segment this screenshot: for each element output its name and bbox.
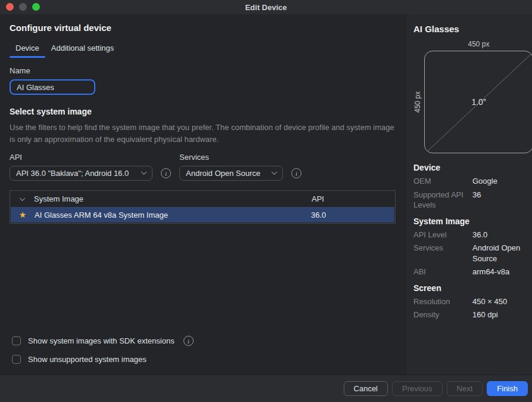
filter-row: API API 36.0 "Baklava"; Android 16.0 i S…: [10, 153, 396, 181]
system-image-api: 36.0: [311, 211, 394, 219]
tab-device[interactable]: Device: [10, 41, 45, 58]
table-header: System Image API: [10, 191, 395, 207]
device-summary-panel: AI Glasses 450 px 450 px 1.0” Device OE: [405, 14, 532, 375]
info-label: Density: [413, 310, 470, 320]
section-system-image-heading: System Image: [413, 217, 532, 226]
column-header-system-image[interactable]: System Image: [34, 194, 312, 203]
name-input[interactable]: [10, 79, 95, 95]
titlebar: Edit Device: [0, 0, 532, 14]
api-dropdown[interactable]: API 36.0 "Baklava"; Android 16.0: [10, 166, 153, 181]
chevron-down-icon: [141, 169, 147, 175]
star-icon[interactable]: ★: [11, 211, 35, 219]
api-label: API: [10, 153, 153, 162]
zoom-window-button[interactable]: [32, 3, 40, 11]
info-label: OEM: [413, 176, 470, 187]
sort-chevron-icon[interactable]: [19, 195, 25, 201]
device-name-heading: AI Glasses: [413, 24, 532, 34]
info-value: 450 × 450: [472, 296, 532, 307]
section-device-heading: Device: [413, 163, 532, 172]
system-image-name: AI Glasses ARM 64 v8a System Image: [35, 211, 311, 219]
services-dropdown[interactable]: Android Open Source: [179, 166, 283, 181]
info-value: arm64-v8a: [472, 267, 532, 277]
info-label: ABI: [413, 267, 470, 277]
system-image-description: Use the filters to help find the system …: [10, 122, 396, 146]
info-value: Google: [472, 176, 532, 187]
close-window-button[interactable]: [6, 3, 14, 11]
minimize-window-button: [19, 3, 27, 11]
section-screen-heading: Screen: [413, 283, 532, 293]
main-pane: Configure virtual device Device Addition…: [0, 14, 405, 375]
tab-bar: Device Additional settings: [10, 41, 396, 58]
api-info-icon[interactable]: i: [161, 168, 171, 178]
screen-diagonal-size: 1.0”: [425, 51, 532, 153]
select-system-image-heading: Select system image: [10, 107, 396, 116]
screen-outline: 1.0”: [424, 51, 532, 153]
info-value: 160 dpi: [472, 310, 532, 320]
table-row-selected[interactable]: ★ AI Glasses ARM 64 v8a System Image 36.…: [11, 207, 394, 222]
window-title: Edit Device: [245, 3, 287, 12]
tab-additional-settings[interactable]: Additional settings: [45, 41, 120, 58]
edit-device-dialog: Edit Device Configure virtual device Dev…: [0, 0, 532, 402]
next-button: Next: [447, 381, 483, 396]
finish-button[interactable]: Finish: [487, 381, 528, 396]
page-title: Configure virtual device: [10, 23, 396, 33]
unsupported-images-checkbox[interactable]: [12, 355, 21, 364]
column-header-api[interactable]: API: [312, 194, 395, 203]
services-dropdown-value: Android Open Source: [186, 169, 266, 178]
info-label: Resolution: [413, 296, 470, 307]
unsupported-images-label: Show unsupported system images: [28, 355, 147, 364]
dialog-footer: Cancel Previous Next Finish: [0, 375, 532, 402]
info-value: 36: [472, 190, 532, 211]
screen-preview: 450 px 450 px 1.0”: [413, 40, 532, 153]
window-controls: [6, 3, 40, 11]
screen-height-label: 450 px: [413, 91, 424, 113]
info-value: 36.0: [472, 230, 532, 240]
info-label: Supported API Levels: [413, 190, 470, 211]
checkbox-group: Show system images with SDK extensions i…: [10, 336, 396, 366]
services-info-icon[interactable]: i: [291, 168, 301, 178]
info-label: API Level: [413, 230, 470, 240]
cancel-button[interactable]: Cancel: [344, 381, 388, 396]
services-label: Services: [179, 153, 283, 162]
info-label: Services: [413, 243, 470, 264]
chevron-down-icon: [272, 169, 278, 175]
system-image-table: System Image API ★ AI Glasses ARM 64 v8a…: [10, 190, 396, 224]
name-label: Name: [10, 66, 396, 75]
screen-width-label: 450 px: [424, 40, 532, 48]
sdk-extensions-checkbox[interactable]: [12, 336, 21, 345]
previous-button: Previous: [392, 381, 443, 396]
api-dropdown-value: API 36.0 "Baklava"; Android 16.0: [16, 169, 136, 178]
sdk-extensions-info-icon[interactable]: i: [183, 336, 194, 346]
info-value: Android Open Source: [472, 243, 532, 264]
sdk-extensions-label: Show system images with SDK extensions: [28, 336, 175, 345]
device-info: Device OEM Google Supported API Levels 3…: [413, 163, 532, 320]
